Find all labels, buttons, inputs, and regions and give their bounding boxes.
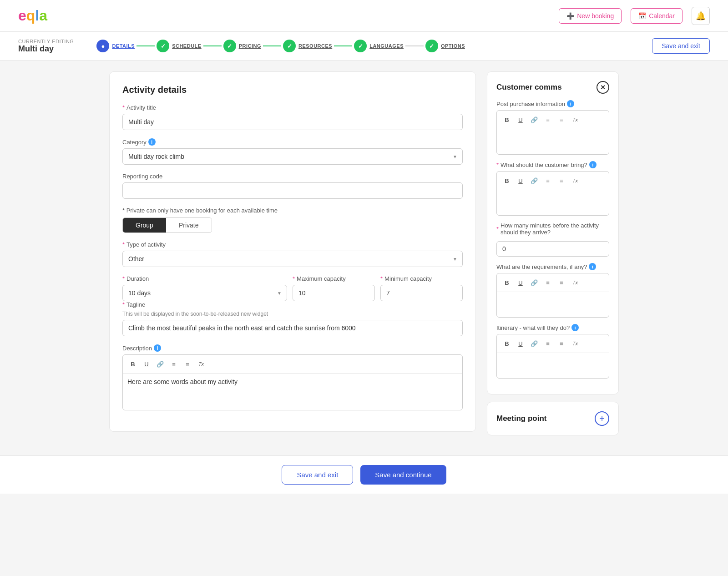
itinerary-editor-area[interactable]	[497, 353, 609, 378]
requirements-editor: B U 🔗 ≡ ≡ Tx	[496, 273, 609, 318]
arrive-minutes-input[interactable]	[496, 241, 609, 257]
step-line-2	[203, 45, 222, 46]
requirements-editor-area[interactable]	[497, 292, 609, 317]
duration-select[interactable]: 10 days 1 day 2 days 3 days 5 days	[122, 285, 287, 301]
ordered-list-button[interactable]: ≡	[167, 358, 180, 370]
step-circle-schedule: ✓	[157, 40, 169, 52]
duration-label: * Duration	[122, 275, 287, 282]
step-label-pricing[interactable]: PRICING	[239, 43, 261, 49]
pp-clear-button[interactable]: Tx	[569, 113, 581, 126]
type-select-wrapper: Other Sport Adventure Culture	[122, 251, 463, 267]
logo-letter-l: l	[35, 7, 39, 24]
logo-letter-q: q	[26, 7, 35, 24]
bring-editor: B U 🔗 ≡ ≡ Tx	[496, 171, 609, 216]
req-ul-button[interactable]: ≡	[555, 276, 568, 289]
req-link-button[interactable]: 🔗	[528, 276, 541, 289]
unordered-list-button[interactable]: ≡	[181, 358, 194, 370]
it-ul-button[interactable]: ≡	[555, 337, 568, 350]
post-purchase-editor: B U 🔗 ≡ ≡ Tx	[496, 110, 609, 155]
pp-underline-button[interactable]: U	[514, 113, 527, 126]
step-resources[interactable]: ✓ RESOURCES	[283, 40, 332, 52]
max-capacity-label: * Maximum capacity	[293, 275, 375, 282]
group-private-toggle: Group Private	[122, 217, 212, 233]
step-label-languages[interactable]: LANGUAGES	[369, 43, 404, 49]
br-link-button[interactable]: 🔗	[528, 174, 541, 187]
meeting-point-add-button[interactable]: +	[595, 411, 609, 426]
footer: Save and exit Save and continue	[0, 455, 728, 494]
pp-bold-button[interactable]: B	[500, 113, 513, 126]
bring-editor-area[interactable]	[497, 190, 609, 215]
req-clear-button[interactable]: Tx	[569, 276, 581, 289]
customer-comms-card: Customer comms ✕ Post purchase informati…	[487, 71, 619, 394]
reporting-code-input[interactable]	[122, 182, 463, 199]
step-circle-languages: ✓	[354, 40, 367, 52]
customer-comms-close-button[interactable]: ✕	[597, 81, 609, 94]
post-purchase-toolbar: B U 🔗 ≡ ≡ Tx	[497, 111, 609, 129]
max-capacity-group: * Maximum capacity	[293, 275, 375, 301]
br-ol-button[interactable]: ≡	[541, 174, 554, 187]
it-underline-button[interactable]: U	[514, 337, 527, 350]
logo: eqla	[18, 7, 47, 24]
min-capacity-group: * Minimum capacity	[380, 275, 463, 301]
duration-group: * Duration 10 days 1 day 2 days 3 days 5…	[122, 275, 287, 301]
requirements-toolbar: B U 🔗 ≡ ≡ Tx	[497, 273, 609, 292]
plus-circle-icon: +	[599, 414, 605, 424]
it-link-button[interactable]: 🔗	[528, 337, 541, 350]
step-pricing[interactable]: ✓ PRICING	[223, 40, 261, 52]
req-underline-button[interactable]: U	[514, 276, 527, 289]
category-select[interactable]: Multi day rock climb Single day Other	[122, 148, 463, 165]
itinerary-section: Itinerary - what will they do? i B U 🔗 ≡…	[496, 324, 609, 379]
plus-icon: ➕	[566, 12, 574, 20]
step-label-schedule[interactable]: SCHEDULE	[172, 43, 202, 49]
post-purchase-editor-area[interactable]	[497, 129, 609, 154]
step-label-options[interactable]: OPTIONS	[441, 43, 465, 49]
br-bold-button[interactable]: B	[500, 174, 513, 187]
br-clear-button[interactable]: Tx	[569, 174, 581, 187]
new-booking-label: New booking	[577, 12, 614, 20]
clear-format-button[interactable]: Tx	[195, 358, 207, 370]
it-bold-button[interactable]: B	[500, 337, 513, 350]
pp-ul-button[interactable]: ≡	[555, 113, 568, 126]
new-booking-button[interactable]: ➕ New booking	[559, 8, 622, 24]
step-label-resources[interactable]: RESOURCES	[298, 43, 332, 49]
save-exit-wizard-button[interactable]: Save and exit	[652, 38, 710, 54]
it-ol-button[interactable]: ≡	[541, 337, 554, 350]
calendar-button[interactable]: 📅 Calendar	[631, 8, 682, 24]
tagline-input[interactable]	[122, 320, 463, 336]
activity-title-input[interactable]	[122, 114, 463, 130]
itinerary-editor: B U 🔗 ≡ ≡ Tx	[496, 334, 609, 379]
step-label-details[interactable]: DETAILS	[112, 43, 135, 49]
step-options[interactable]: ✓ OPTIONS	[425, 40, 465, 52]
req-ol-button[interactable]: ≡	[541, 276, 554, 289]
max-capacity-input[interactable]	[293, 285, 375, 301]
pp-ol-button[interactable]: ≡	[541, 113, 554, 126]
br-ul-button[interactable]: ≡	[555, 174, 568, 187]
step-languages[interactable]: ✓ LANGUAGES	[354, 40, 404, 52]
group-private-group: Group Private	[122, 217, 463, 233]
customer-comms-header: Customer comms ✕	[496, 81, 609, 94]
it-clear-button[interactable]: Tx	[569, 337, 581, 350]
notification-button[interactable]: 🔔	[692, 7, 710, 25]
underline-button[interactable]: U	[140, 358, 153, 370]
description-editor-area[interactable]: Here are some words about my activity	[123, 374, 462, 410]
min-capacity-input[interactable]	[380, 285, 463, 301]
group-toggle-button[interactable]: Group	[123, 218, 166, 232]
description-group: Description i B U 🔗 ≡ ≡ Tx Here are some…	[122, 344, 463, 410]
wizard-bar: CURRENTLY EDITING Multi day ● DETAILS ✓ …	[0, 32, 728, 61]
post-purchase-label: Post purchase information i	[496, 100, 609, 107]
step-details[interactable]: ● DETAILS	[96, 40, 135, 52]
footer-save-continue-button[interactable]: Save and continue	[360, 465, 446, 485]
min-capacity-label: * Minimum capacity	[380, 275, 463, 282]
link-button[interactable]: 🔗	[154, 358, 167, 370]
step-line-1	[136, 45, 155, 46]
description-editor: B U 🔗 ≡ ≡ Tx Here are some words about m…	[122, 354, 463, 410]
br-underline-button[interactable]: U	[514, 174, 527, 187]
private-toggle-button[interactable]: Private	[166, 218, 212, 232]
req-bold-button[interactable]: B	[500, 276, 513, 289]
pp-link-button[interactable]: 🔗	[528, 113, 541, 126]
step-schedule[interactable]: ✓ SCHEDULE	[157, 40, 202, 52]
bold-button[interactable]: B	[126, 358, 139, 370]
footer-save-exit-button[interactable]: Save and exit	[282, 465, 353, 485]
type-select[interactable]: Other Sport Adventure Culture	[122, 251, 463, 267]
header: eqla ➕ New booking 📅 Calendar 🔔	[0, 0, 728, 32]
